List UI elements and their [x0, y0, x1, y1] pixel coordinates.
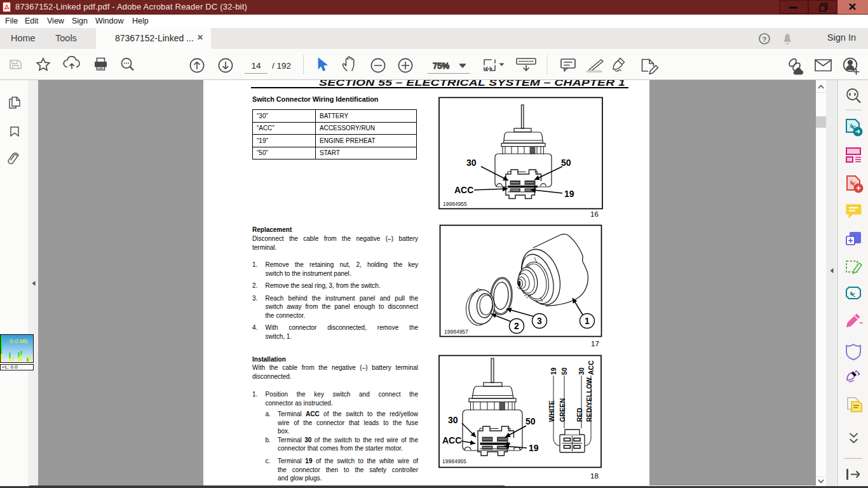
svg-text:50: 50: [560, 367, 568, 375]
svg-text:19: 19: [529, 443, 539, 453]
svg-text:19: 19: [550, 367, 557, 375]
svg-text:14: 14: [251, 61, 261, 71]
svg-text:30: 30: [466, 158, 477, 168]
svg-text:ACC: ACC: [442, 435, 461, 445]
svg-text:?: ?: [762, 36, 766, 43]
svg-text:WHITE: WHITE: [548, 400, 555, 422]
svg-text:75%: 75%: [433, 61, 449, 71]
svg-text:1: 1: [585, 316, 590, 326]
svg-text:30: 30: [578, 367, 585, 375]
svg-text:3: 3: [537, 316, 542, 326]
svg-text:19: 19: [564, 189, 574, 199]
svg-text:50: 50: [561, 158, 571, 168]
svg-text:GREEN: GREEN: [559, 398, 566, 422]
svg-text:0.0 Mb: 0.0 Mb: [10, 337, 28, 344]
svg-text:2: 2: [514, 321, 519, 331]
svg-text:ACC: ACC: [454, 185, 473, 195]
svg-text:30: 30: [448, 415, 458, 425]
svg-text:19984955: 19984955: [442, 458, 466, 464]
svg-text:19984957: 19984957: [444, 329, 468, 335]
svg-text:RED: RED: [576, 407, 583, 422]
svg-text:RED/YELLOW: RED/YELLOW: [585, 377, 593, 422]
svg-text:19984955: 19984955: [443, 201, 467, 207]
svg-text:50: 50: [526, 416, 536, 426]
svg-text:ACC: ACC: [587, 360, 595, 375]
svg-text:/ 192: / 192: [272, 61, 291, 71]
